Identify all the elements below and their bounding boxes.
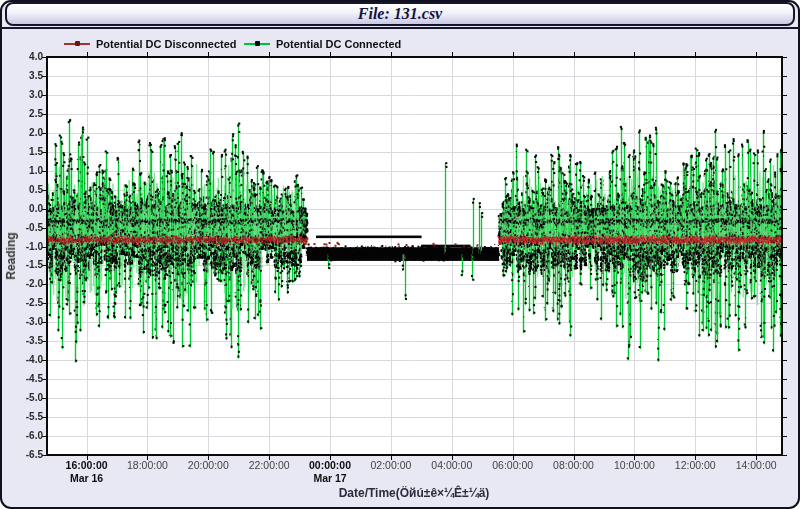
- page-title: File: 131.csv: [358, 6, 442, 23]
- y-axis-title: Reading: [4, 232, 18, 279]
- legend-label-connected: Potential DC Connected: [276, 38, 401, 50]
- legend-label-disconnected: Potential DC Disconnected: [96, 38, 237, 50]
- title-box: File: 131.csv: [5, 2, 795, 26]
- legend-item-disconnected: Potential DC Disconnected: [64, 37, 237, 51]
- x-axis-title: Date/Time(Öйú±ê×¼Ê±¼ä): [264, 486, 564, 500]
- title-bar: File: 131.csv: [0, 0, 800, 29]
- red-line-marker-icon: [64, 39, 90, 49]
- green-line-marker-icon: [244, 39, 270, 49]
- legend: Potential DC Disconnected Potential DC C…: [0, 37, 800, 51]
- chart-plot-canvas: [0, 30, 800, 509]
- legend-item-connected: Potential DC Connected: [244, 37, 401, 51]
